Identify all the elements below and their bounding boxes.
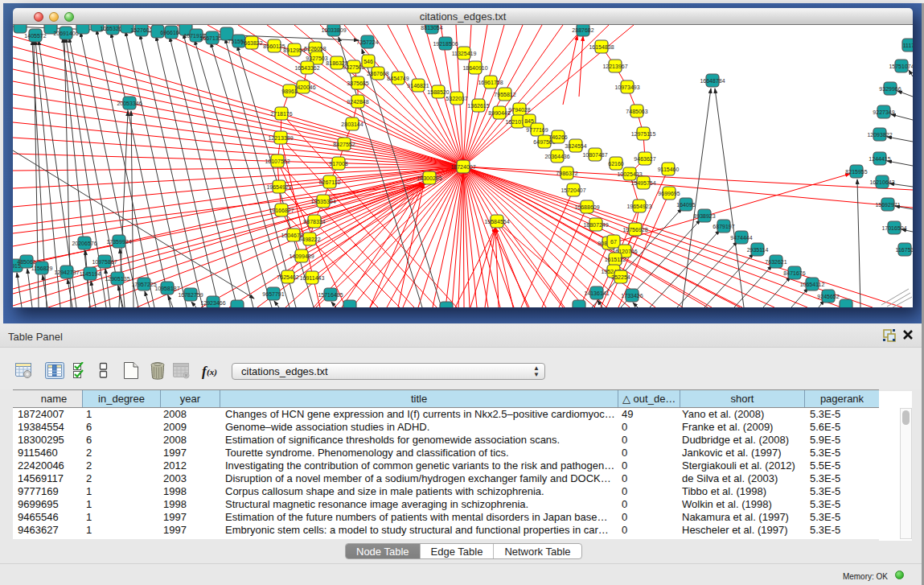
svg-text:7625402: 7625402 xyxy=(277,274,298,280)
svg-text:16154838: 16154838 xyxy=(589,44,614,50)
svg-text:16961758: 16961758 xyxy=(478,80,503,85)
svg-text:7632621: 7632621 xyxy=(765,259,786,265)
svg-text:1527602: 1527602 xyxy=(130,27,152,33)
svg-text:3875685: 3875685 xyxy=(347,80,368,86)
svg-text:15751074: 15751074 xyxy=(889,64,913,69)
svg-text:16648784: 16648784 xyxy=(700,78,725,84)
svg-text:6879197: 6879197 xyxy=(713,224,734,229)
svg-text:9245652: 9245652 xyxy=(817,294,839,299)
svg-text:917008: 917008 xyxy=(329,161,347,167)
svg-text:1145194: 1145194 xyxy=(80,271,101,277)
svg-text:116753: 116753 xyxy=(896,247,913,253)
svg-text:7485063: 7485063 xyxy=(626,109,647,114)
svg-text:19654923: 19654923 xyxy=(626,204,651,209)
svg-text:1156829: 1156829 xyxy=(31,266,53,271)
svg-text:14099489: 14099489 xyxy=(289,253,314,259)
svg-text:7986372: 7986372 xyxy=(556,171,577,176)
svg-text:8813054: 8813054 xyxy=(421,25,442,31)
svg-text:9242848: 9242848 xyxy=(347,99,368,105)
svg-text:164095: 164095 xyxy=(676,202,695,208)
svg-text:8215955: 8215955 xyxy=(845,169,867,175)
svg-text:5226058: 5226058 xyxy=(304,46,326,51)
svg-text:67: 67 xyxy=(610,239,617,245)
svg-text:15720407: 15720407 xyxy=(561,187,585,193)
svg-text:10688609: 10688609 xyxy=(574,204,599,210)
svg-text:9146821: 9146821 xyxy=(407,83,429,89)
svg-text:1244415: 1244415 xyxy=(869,156,890,162)
svg-text:17016504: 17016504 xyxy=(881,225,906,231)
svg-text:15692971: 15692971 xyxy=(875,202,900,208)
svg-text:16543362: 16543362 xyxy=(294,65,319,71)
svg-text:9227349: 9227349 xyxy=(873,109,894,115)
svg-text:1117: 1117 xyxy=(903,43,913,48)
svg-text:2718176: 2718176 xyxy=(270,111,292,117)
svg-text:12213967: 12213967 xyxy=(602,64,627,69)
svg-text:14136141: 14136141 xyxy=(584,290,609,296)
svg-text:18724007: 18724007 xyxy=(450,164,475,170)
svg-text:1362615: 1362615 xyxy=(467,103,489,109)
svg-text:9699695: 9699695 xyxy=(658,191,680,196)
svg-text:9474444: 9474444 xyxy=(730,235,752,241)
svg-text:15495754: 15495754 xyxy=(630,180,655,186)
svg-text:8938923: 8938923 xyxy=(693,213,715,219)
svg-text:8267110: 8267110 xyxy=(319,179,341,185)
svg-text:9115460: 9115460 xyxy=(658,167,680,172)
svg-text:20053346: 20053346 xyxy=(117,101,142,106)
svg-text:18300295: 18300295 xyxy=(417,175,441,181)
svg-text:17957225: 17957225 xyxy=(131,282,156,287)
svg-text:5322037: 5322037 xyxy=(446,96,467,101)
svg-text:12213389: 12213389 xyxy=(268,135,293,141)
svg-text:3824554: 3824554 xyxy=(565,143,586,149)
svg-text:18807249: 18807249 xyxy=(583,222,608,228)
svg-text:16210643: 16210643 xyxy=(869,179,894,185)
svg-text:19756928: 19756928 xyxy=(622,227,647,233)
svg-text:9657791: 9657791 xyxy=(262,291,284,297)
svg-text:19166827: 19166827 xyxy=(269,208,294,213)
svg-text:9327503: 9327503 xyxy=(306,56,327,61)
svg-text:20691406: 20691406 xyxy=(53,31,78,36)
svg-text:17359924: 17359924 xyxy=(106,239,131,245)
svg-text:10975867: 10975867 xyxy=(92,259,117,265)
svg-text:10973493: 10973493 xyxy=(614,84,639,90)
svg-text:1615112: 1615112 xyxy=(605,257,626,262)
svg-text:10958187: 10958187 xyxy=(154,286,179,291)
svg-text:9498222: 9498222 xyxy=(298,237,320,242)
svg-text:12975115: 12975115 xyxy=(631,131,656,137)
svg-text:19584554: 19584554 xyxy=(484,219,509,225)
svg-text:8427552: 8427552 xyxy=(333,142,355,147)
svg-text:9794028: 9794028 xyxy=(508,107,530,113)
svg-text:2935114: 2935114 xyxy=(747,247,769,253)
svg-text:7955812: 7955812 xyxy=(494,92,515,97)
svg-text:10654112: 10654112 xyxy=(800,282,825,287)
svg-text:16911443: 16911443 xyxy=(300,275,325,281)
svg-text:12942737: 12942737 xyxy=(54,270,79,275)
svg-text:13535394: 13535394 xyxy=(310,199,335,204)
svg-text:2867608: 2867608 xyxy=(367,71,388,76)
svg-text:7663822: 7663822 xyxy=(240,40,262,46)
svg-text:1733426: 1733426 xyxy=(621,293,643,299)
svg-text:11325419: 11325419 xyxy=(452,51,477,56)
svg-text:16107552: 16107552 xyxy=(265,159,290,164)
svg-text:12923466: 12923466 xyxy=(200,300,225,306)
svg-text:1405572: 1405572 xyxy=(24,33,46,39)
svg-text:18640910: 18640910 xyxy=(462,65,487,71)
svg-text:7357224: 7357224 xyxy=(356,39,378,45)
svg-text:16033809: 16033809 xyxy=(321,27,346,33)
svg-text:546: 546 xyxy=(363,59,373,64)
svg-text:16782759: 16782759 xyxy=(178,292,203,298)
svg-text:12093822: 12093822 xyxy=(867,132,892,138)
svg-text:19218506: 19218506 xyxy=(433,41,458,47)
svg-text:62160: 62160 xyxy=(608,161,624,167)
svg-text:252254: 252254 xyxy=(611,274,630,280)
svg-text:12905135: 12905135 xyxy=(105,276,129,282)
svg-text:15716485: 15716485 xyxy=(318,292,343,298)
svg-text:20206576: 20206576 xyxy=(72,241,97,246)
svg-text:8878334: 8878334 xyxy=(303,219,325,225)
svg-text:2803144: 2803144 xyxy=(341,122,363,127)
svg-text:10807487: 10807487 xyxy=(582,152,607,158)
svg-text:746266: 746266 xyxy=(548,134,567,140)
svg-text:8454749: 8454749 xyxy=(387,76,409,81)
svg-text:20364436: 20364436 xyxy=(544,154,569,159)
svg-text:485061: 485061 xyxy=(17,259,35,265)
svg-text:98961: 98961 xyxy=(281,89,298,94)
